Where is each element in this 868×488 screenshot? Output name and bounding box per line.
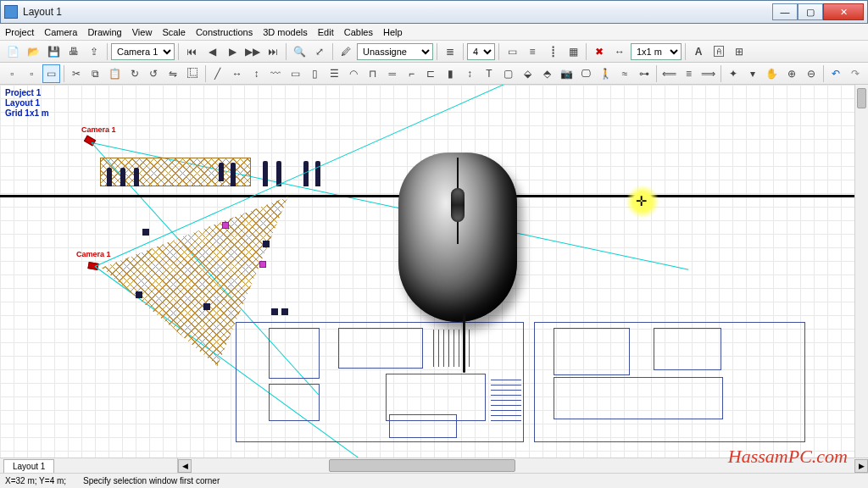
column-tool-icon[interactable]: ▮ (442, 64, 459, 83)
wall-tool-icon[interactable]: ═ (383, 64, 401, 83)
fence-tool-icon[interactable]: ⊓ (364, 64, 381, 83)
menu-view[interactable]: View (132, 27, 153, 37)
new-icon[interactable]: 📄 (3, 42, 22, 61)
model-object[interactable] (281, 308, 288, 315)
menu-help[interactable]: Help (383, 27, 403, 37)
line-color-icon[interactable]: 🖉 (337, 42, 355, 61)
copy-icon[interactable]: ⧉ (86, 64, 104, 83)
layer-select[interactable]: Unassigne (357, 43, 433, 60)
nav-first-icon[interactable]: ⏮ (182, 42, 201, 61)
menu-3d-models[interactable]: 3D models (263, 27, 308, 37)
paste-icon[interactable]: 📋 (106, 64, 124, 83)
select-tool-icon[interactable]: ▭ (42, 64, 60, 83)
model-person[interactable] (107, 168, 112, 186)
style-c-icon[interactable]: ┋ (543, 42, 562, 61)
print-icon[interactable]: 🖶 (64, 42, 83, 61)
nav-last-icon[interactable]: ⏭ (264, 42, 282, 61)
tool-folder-icon[interactable]: ▫ (23, 64, 41, 83)
tool-new-icon[interactable]: ▫ (3, 64, 21, 83)
delete-icon[interactable]: ✖ (590, 42, 609, 61)
model-person[interactable] (263, 161, 268, 186)
line-tool-icon[interactable]: ╱ (209, 64, 226, 83)
open-icon[interactable]: 📂 (24, 42, 42, 61)
line-width-select[interactable]: 4 (467, 43, 495, 60)
snap-menu-icon[interactable]: ▾ (744, 64, 762, 83)
save-icon[interactable]: 💾 (44, 42, 63, 61)
model-person[interactable] (219, 163, 224, 181)
model-object[interactable] (259, 261, 266, 268)
scroll-left-icon[interactable]: ◀ (178, 459, 192, 473)
dim-h-icon[interactable]: ↔ (228, 64, 246, 83)
marker-tool-icon[interactable]: ⬙ (519, 64, 537, 83)
zoom-out-icon[interactable]: ⊖ (802, 64, 820, 83)
menu-scale[interactable]: Scale (162, 27, 186, 37)
maximize-button[interactable]: ▢ (798, 3, 823, 20)
arc-tool-icon[interactable]: ◠ (344, 64, 362, 83)
zoom-in-icon[interactable]: ⊕ (782, 64, 800, 83)
close-button[interactable]: ✕ (823, 3, 864, 20)
pan-icon[interactable]: ✋ (763, 64, 781, 83)
model-person[interactable] (120, 168, 125, 186)
menu-cables[interactable]: Cables (344, 27, 373, 37)
vertical-scrollbar[interactable] (854, 85, 868, 458)
model-object[interactable] (136, 291, 142, 298)
door-tool-icon[interactable]: ⌐ (403, 64, 420, 83)
marker2-tool-icon[interactable]: ⬘ (538, 64, 556, 83)
cable-tool-icon[interactable]: ≈ (616, 64, 634, 83)
model-object[interactable] (203, 303, 210, 310)
box-tool-icon[interactable]: ▢ (499, 64, 517, 83)
minimize-button[interactable]: — (772, 3, 798, 20)
undo-icon[interactable]: ↶ (827, 64, 845, 83)
floorplan-building-2[interactable] (534, 322, 805, 442)
height-tool-icon[interactable]: ↕ (461, 64, 479, 83)
grid-icon[interactable]: ⊞ (730, 42, 748, 61)
align-left-icon[interactable]: ⟸ (660, 64, 678, 83)
drawing-canvas[interactable]: Project 1 Layout 1 Grid 1x1 m Camera 1 C… (0, 85, 854, 458)
redo-icon[interactable]: ↷ (847, 64, 865, 83)
scroll-right-icon[interactable]: ▶ (854, 459, 868, 473)
menu-camera[interactable]: Camera (44, 27, 77, 37)
model-object[interactable] (142, 229, 149, 236)
model-person[interactable] (231, 163, 236, 186)
rotate-ccw-icon[interactable]: ↺ (145, 64, 163, 83)
menu-drawing[interactable]: Drawing (87, 27, 121, 37)
cut-icon[interactable]: ✂ (68, 64, 86, 83)
monitor-icon[interactable]: 🖵 (577, 64, 595, 83)
menu-edit[interactable]: Edit (318, 27, 334, 37)
export-icon[interactable]: ⇪ (85, 42, 103, 61)
sheet-tab[interactable]: Layout 1 (3, 459, 54, 473)
nav-next-icon[interactable]: ▶▶ (243, 42, 262, 61)
rect2-tool-icon[interactable]: ▯ (306, 64, 324, 83)
group-icon[interactable]: ⿺ (184, 64, 202, 83)
grid-size-select[interactable]: 1x1 m (631, 43, 682, 60)
polyline-icon[interactable]: 〰 (267, 64, 285, 83)
text2-tool-icon[interactable]: T (481, 64, 498, 83)
text-box-icon[interactable]: 🄰 (709, 42, 728, 61)
style-b-icon[interactable]: ≡ (523, 42, 542, 61)
zoom-window-icon[interactable]: 🔍 (290, 42, 309, 61)
camera-tool-icon[interactable]: 📷 (558, 64, 576, 83)
nav-play-icon[interactable]: ▶ (223, 42, 242, 61)
align-center-icon[interactable]: ≡ (680, 64, 698, 83)
model-object[interactable] (222, 222, 229, 229)
window-tool-icon[interactable]: ⊏ (422, 64, 440, 83)
menu-project[interactable]: Project (5, 27, 34, 37)
staircase-icon[interactable]: ☰ (326, 64, 343, 83)
model-person[interactable] (134, 168, 139, 186)
model-object[interactable] (271, 308, 278, 315)
text-tool-icon[interactable]: A (689, 42, 708, 61)
list-icon[interactable]: ≣ (441, 42, 459, 61)
camera-select[interactable]: Camera 1 (111, 43, 175, 60)
rect-tool-icon[interactable]: ▭ (287, 64, 304, 83)
snap-icon[interactable]: ✦ (725, 64, 743, 83)
person-tool-icon[interactable]: 🚶 (597, 64, 615, 83)
cable2-tool-icon[interactable]: ⊶ (635, 64, 653, 83)
model-object[interactable] (263, 241, 270, 247)
menu-constructions[interactable]: Constructions (196, 27, 253, 37)
align-right-icon[interactable]: ⟹ (699, 64, 717, 83)
horizontal-scrollbar[interactable]: ◀ ▶ (178, 458, 868, 473)
style-a-icon[interactable]: ▭ (503, 42, 521, 61)
zoom-extents-icon[interactable]: ⤢ (310, 42, 329, 61)
dimension-icon[interactable]: ↔ (610, 42, 629, 61)
dim-v-icon[interactable]: ↕ (248, 64, 265, 83)
